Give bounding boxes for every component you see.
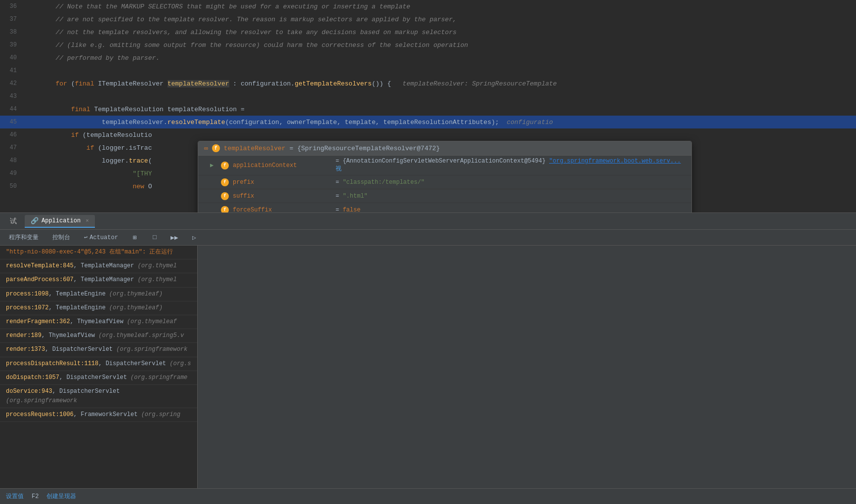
test-tab-icon: 试 — [10, 217, 17, 226]
code-line-38: 38 // not the template resolvers, and al… — [0, 26, 856, 39]
field-type-icon-prefix: f — [221, 178, 229, 186]
tab-bar: 试 🔗 Application × — [0, 213, 856, 230]
create-renderer-button[interactable]: 创建呈现器 — [46, 492, 76, 501]
stack-item-5[interactable]: renderFragment:362, ThymeleafView (org.t… — [0, 315, 197, 329]
field-type-icon: f — [221, 162, 229, 169]
f2-key-label: F2 — [32, 493, 39, 500]
code-line-37: 37 // are not specified to the template … — [0, 13, 856, 26]
toolbar-icon-grid[interactable]: ⊞ — [129, 232, 141, 244]
code-line-36: 36 // Note that the MARKUP SELECTORS tha… — [0, 0, 856, 13]
code-editor: 36 // Note that the MARKUP SELECTORS tha… — [0, 0, 856, 212]
stack-item-3[interactable]: process:1098, TemplateEngine (org.thymel… — [0, 288, 197, 301]
toolbar-actuator[interactable]: ↩ Actuator — [81, 233, 121, 242]
toolbar-icon-step[interactable]: ▷ — [188, 232, 200, 244]
field-value-forceSuffix: = false — [336, 207, 360, 213]
popup-collapse-icon[interactable]: ∞ — [204, 145, 208, 152]
code-line-43: 43 — [0, 90, 856, 103]
field-name-prefix: prefix — [233, 179, 332, 186]
stack-item-8[interactable]: processDispatchResult:1118, DispatcherSe… — [0, 357, 197, 371]
field-type-icon-forceSuffix: f — [221, 206, 229, 213]
tab-close-button[interactable]: × — [86, 218, 89, 224]
field-name: applicationContext — [233, 162, 332, 169]
field-name-forceSuffix: forceSuffix — [233, 207, 332, 213]
code-line-39: 39 // (like e.g. omitting some output fr… — [0, 39, 856, 51]
application-tab-icon: 🔗 — [31, 217, 39, 225]
stack-item-6[interactable]: render:189, ThymeleafView (org.thymeleaf… — [0, 329, 197, 343]
stack-item-9[interactable]: doDispatch:1057, DispatcherServlet (org.… — [0, 371, 197, 385]
tab-application[interactable]: 🔗 Application × — [25, 215, 95, 228]
code-line-45: 45 templateResolver.resolveTemplate(conf… — [0, 116, 856, 128]
code-line-41: 41 — [0, 64, 856, 77]
popup-row-suffix[interactable]: f suffix = ".html" — [198, 189, 691, 203]
field-name-suffix: suffix — [233, 193, 332, 200]
popup-row-applicationContext[interactable]: ▶ f applicationContext = {AnnotationConf… — [198, 156, 691, 175]
bottom-panel: 试 🔗 Application × 程序和变量 控制台 ↩ Actuator ⊞… — [0, 212, 856, 504]
set-value-button[interactable]: 设置值 — [6, 492, 24, 501]
popup-header: ∞ f templateResolver = {SpringResourceTe… — [198, 141, 691, 156]
code-line-44: 44 final TemplateResolution templateReso… — [0, 103, 856, 116]
expand-icon[interactable]: ▶ — [210, 162, 217, 169]
stack-thread-info[interactable]: "http-nio-8080-exec-4"@5,243 在组"main": 正… — [0, 246, 197, 259]
debug-toolbar: 程序和变量 控制台 ↩ Actuator ⊞ □ ▶▶ ▷ — [0, 230, 856, 246]
panel-content: "http-nio-8080-exec-4"@5,243 在组"main": 正… — [0, 246, 856, 488]
popup-var-name: templateResolver — [224, 145, 286, 152]
actuator-icon: ↩ — [84, 234, 87, 241]
debug-variables-popup: ∞ f templateResolver = {SpringResourceTe… — [198, 141, 692, 212]
action-bar: 设置值 F2 创建呈现器 — [0, 488, 856, 504]
stack-item-4[interactable]: process:1072, TemplateEngine (org.thymel… — [0, 301, 197, 315]
toolbar-console[interactable]: 控制台 — [49, 232, 73, 243]
field-value: = {AnnotationConfigServletWebServerAppli… — [336, 158, 685, 173]
application-tab-label: Application — [42, 217, 81, 224]
popup-var-value: {SpringResourceTemplateResolver@7472} — [297, 145, 440, 152]
toolbar-frames-vars[interactable]: 程序和变量 — [6, 232, 42, 243]
code-line-40: 40 // performed by the parser. — [0, 51, 856, 64]
code-line-46: 46 if (templateResolutio — [0, 128, 856, 141]
tab-test[interactable]: 试 — [4, 215, 23, 228]
popup-var-equals: = — [290, 145, 294, 152]
stack-trace-panel: "http-nio-8080-exec-4"@5,243 在组"main": 正… — [0, 246, 198, 488]
stack-item-1[interactable]: resolveTemplate:845, TemplateManager (or… — [0, 259, 197, 273]
popup-obj-type-icon: f — [212, 144, 220, 152]
toolbar-icon-resume[interactable]: ▶▶ — [169, 232, 180, 244]
stack-item-2[interactable]: parseAndProcess:607, TemplateManager (or… — [0, 273, 197, 287]
stack-item-11[interactable]: processRequest:1006, FrameworkServlet (o… — [0, 408, 197, 422]
popup-row-prefix[interactable]: f prefix = "classpath:/templates/" — [198, 175, 691, 189]
field-value-suffix: = ".html" — [336, 193, 368, 200]
stack-item-7[interactable]: render:1373, DispatcherServlet (org.spri… — [0, 343, 197, 357]
code-line-42: 42 for (final ITemplateResolver template… — [0, 77, 856, 90]
stack-item-10[interactable]: doService:943, DispatcherServlet (org.sp… — [0, 385, 197, 408]
toolbar-icon-stop[interactable]: □ — [149, 232, 161, 244]
popup-row-forceSuffix[interactable]: f forceSuffix = false — [198, 203, 691, 212]
field-value-prefix: = "classpath:/templates/" — [336, 179, 425, 186]
field-type-icon-suffix: f — [221, 192, 229, 200]
